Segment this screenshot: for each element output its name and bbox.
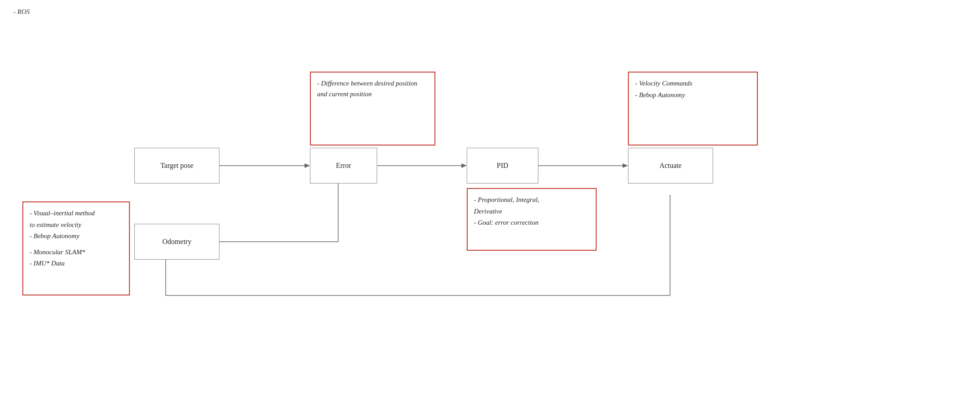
odometry-detail-line5: - Monocular SLAM* [30,247,123,258]
pid-detail-line1: - Proportional, Integral, [474,194,589,206]
pid-box: PID [467,148,538,184]
pid-detail-box: - Proportional, Integral, Derivative - G… [467,188,597,251]
actuate-detail-box: - Velocity Commands - Bebop Autonomy [628,72,758,145]
odometry-detail-line3: - Bebop Autonomy [30,231,123,242]
odometry-detail-line2: to estimate velocity [30,219,123,231]
svg-marker-3 [461,163,467,168]
ros-label: - ROS [13,8,30,16]
odometry-detail-box: - Visual–inertial method to estimate vel… [22,201,130,295]
actuate-box: Actuate [628,148,713,184]
pid-detail-line2: Derivative [474,206,589,218]
svg-marker-1 [305,163,310,168]
actuate-detail-line1: - Velocity Commands [635,78,751,90]
error-detail-box: - Difference between desired position an… [310,72,435,145]
diagram: Target pose Error PID Actuate Odometry -… [0,27,980,394]
error-box: Error [310,148,377,184]
odometry-detail-line6: - IMU* Data [30,258,123,269]
target-pose-box: Target pose [134,148,219,184]
odometry-detail-line1: - Visual–inertial method [30,208,123,219]
pid-detail-line3: - Goal: error correction [474,217,589,229]
svg-marker-5 [623,163,628,168]
odometry-box: Odometry [134,224,219,260]
actuate-detail-line2: - Bebop Autonomy [635,90,751,101]
